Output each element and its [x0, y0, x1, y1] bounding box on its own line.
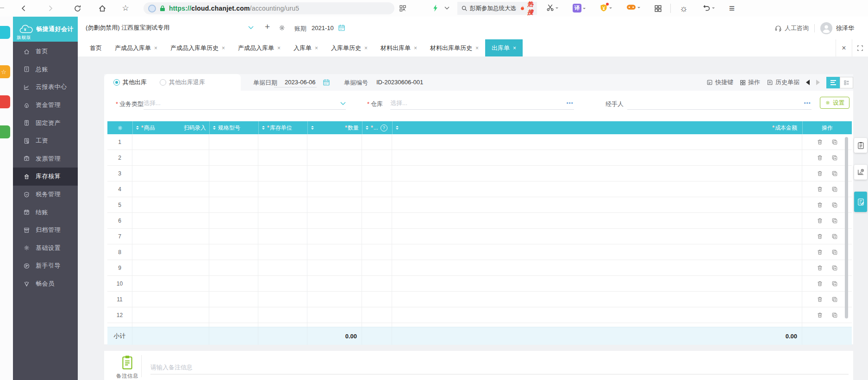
table-scrollbar[interactable] — [845, 137, 848, 318]
table-row[interactable]: 10 — [107, 276, 852, 292]
header-cost[interactable]: *成本金额 — [392, 121, 802, 134]
cell-qty[interactable] — [307, 244, 362, 260]
cell-qty[interactable] — [307, 292, 362, 307]
delete-row-icon[interactable] — [817, 170, 823, 177]
tab-outbound-active[interactable]: 出库单× — [485, 39, 523, 56]
delete-row-icon[interactable] — [817, 218, 823, 224]
doc-date-calendar-icon[interactable] — [323, 79, 330, 86]
more-options-icon[interactable]: ⋯ — [804, 99, 812, 107]
cell-unit[interactable] — [258, 181, 307, 197]
cell-more[interactable] — [362, 260, 392, 275]
table-row[interactable]: 8 — [107, 244, 852, 260]
cell-unit[interactable] — [258, 229, 307, 244]
shortcuts-link[interactable]: 快捷键 — [706, 78, 733, 87]
cell-more[interactable] — [362, 166, 392, 181]
tab-home[interactable]: 首页 — [83, 39, 108, 56]
cell-unit[interactable] — [258, 307, 307, 323]
cell-qty[interactable] — [307, 166, 362, 181]
card-view-button[interactable] — [840, 77, 853, 88]
cell-unit[interactable] — [258, 292, 307, 307]
edge-shortcut-icon-4[interactable] — [0, 125, 10, 138]
handler-select[interactable]: ⋯ — [627, 97, 812, 110]
cell-more[interactable] — [362, 213, 392, 228]
header-product[interactable]: *商品 扫码录入 — [132, 121, 209, 134]
cell-unit[interactable] — [258, 197, 307, 212]
sidebar-item-home[interactable]: 首页 — [13, 43, 78, 61]
copy-row-icon[interactable] — [831, 265, 838, 271]
report-panel-button[interactable] — [854, 165, 867, 180]
header-spec[interactable]: 规格型号 — [209, 121, 258, 134]
cell-product[interactable] — [132, 276, 209, 291]
cell-product[interactable] — [132, 197, 209, 212]
cell-product[interactable] — [132, 244, 209, 260]
scan-entry-link[interactable]: 扫码录入 — [184, 124, 206, 132]
tab-doc[interactable]: 材料出库单历史× — [424, 39, 485, 56]
home-icon[interactable] — [98, 4, 106, 12]
edge-shortcut-icon-1[interactable] — [0, 26, 10, 39]
cell-product[interactable] — [132, 307, 209, 323]
close-all-tabs-button[interactable]: × — [836, 39, 852, 56]
close-icon[interactable]: × — [475, 45, 479, 51]
account-selector[interactable]: (勿删勿禁用) 江西服宝测试专用 — [86, 24, 169, 32]
delete-row-icon[interactable] — [817, 249, 823, 255]
cell-qty[interactable] — [307, 213, 362, 228]
sidebar-item-funds[interactable]: 资金管理 — [13, 96, 78, 114]
current-doc-panel-button[interactable] — [854, 192, 867, 212]
cell-more[interactable] — [362, 150, 392, 165]
copy-row-icon[interactable] — [831, 280, 838, 287]
copy-row-icon[interactable] — [831, 218, 838, 224]
wallet-button[interactable] — [599, 4, 612, 12]
apps-grid-icon[interactable] — [654, 4, 662, 12]
cell-qty[interactable] — [307, 260, 362, 275]
cell-product[interactable] — [132, 150, 209, 165]
sidebar-item-fixed-assets[interactable]: 固定资产 — [13, 114, 78, 132]
close-icon[interactable]: × — [364, 45, 368, 51]
header-unit[interactable]: *库存单位 — [258, 121, 307, 134]
sort-icon[interactable] — [366, 126, 368, 130]
tab-doc[interactable]: 产成品入库单× — [108, 39, 164, 56]
delete-row-icon[interactable] — [817, 312, 823, 318]
table-row[interactable]: 9 — [107, 260, 852, 276]
delete-row-icon[interactable] — [817, 233, 823, 240]
brightness-icon[interactable]: ☼ — [680, 4, 688, 12]
copy-row-icon[interactable] — [831, 186, 838, 193]
cell-spec[interactable] — [209, 229, 258, 244]
delete-row-icon[interactable] — [817, 186, 823, 193]
account-chevron-icon[interactable] — [248, 26, 254, 29]
cell-spec[interactable] — [209, 166, 258, 181]
next-doc-arrow[interactable] — [816, 80, 820, 85]
sort-icon[interactable] — [262, 126, 265, 130]
cell-cost[interactable] — [392, 276, 802, 291]
column-settings-button[interactable]: 设置 — [820, 97, 849, 109]
table-row[interactable]: 12 — [107, 307, 852, 323]
cell-qty[interactable] — [307, 229, 362, 244]
cell-spec[interactable] — [209, 307, 258, 323]
sidebar-item-archive[interactable]: 归档管理 — [13, 221, 78, 239]
copy-row-icon[interactable] — [831, 233, 838, 240]
delete-row-icon[interactable] — [817, 296, 823, 303]
user-menu[interactable]: 徐泽华 — [820, 22, 854, 34]
cell-cost[interactable] — [392, 181, 802, 197]
qr-code-icon[interactable] — [399, 5, 406, 12]
cell-spec[interactable] — [209, 181, 258, 197]
chevron-down-icon[interactable] — [444, 6, 450, 10]
prev-doc-arrow[interactable] — [806, 80, 810, 85]
cell-product[interactable] — [132, 134, 209, 150]
cell-more[interactable] — [362, 307, 392, 323]
support-link[interactable]: 人工咨询 — [774, 24, 809, 32]
cell-product[interactable] — [132, 166, 209, 181]
forward-icon[interactable] — [46, 4, 55, 12]
cell-product[interactable] — [132, 229, 209, 244]
cell-product[interactable] — [132, 181, 209, 197]
cell-unit[interactable] — [258, 150, 307, 165]
close-icon[interactable]: × — [513, 45, 516, 51]
cell-spec[interactable] — [209, 197, 258, 212]
remark-input[interactable]: 请输入备注信息 — [150, 361, 849, 374]
cell-qty[interactable] — [307, 150, 362, 165]
tab-doc[interactable]: 产成品入库单历史× — [164, 39, 231, 56]
add-account-button[interactable]: + — [265, 23, 270, 31]
table-row[interactable]: 3 — [107, 166, 852, 181]
sort-icon[interactable] — [136, 126, 139, 130]
cell-cost[interactable] — [392, 166, 802, 181]
table-row[interactable]: 4 — [107, 181, 852, 197]
